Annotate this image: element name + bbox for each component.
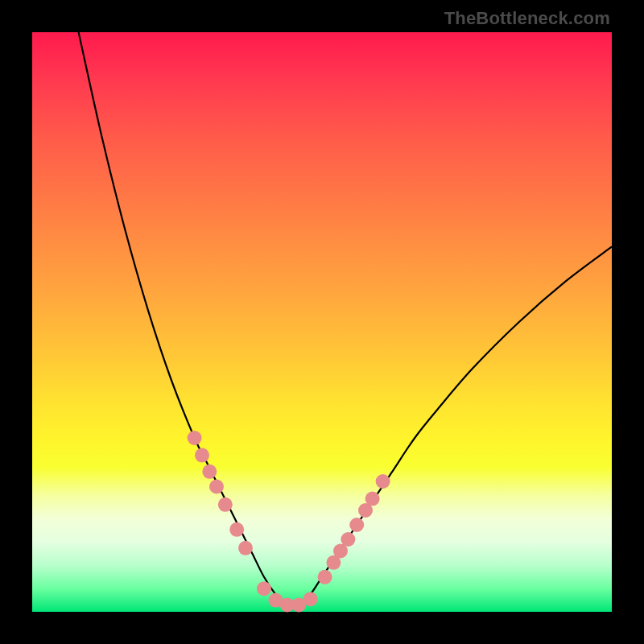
highlight-point — [238, 541, 253, 555]
highlight-point — [376, 474, 390, 489]
highlight-point — [303, 592, 318, 606]
highlight-point — [218, 497, 233, 512]
highlight-point — [209, 480, 224, 494]
highlight-point — [365, 492, 380, 506]
highlight-point — [188, 431, 202, 445]
curve-svg — [32, 32, 612, 612]
highlight-point — [195, 448, 209, 463]
highlight-point — [341, 532, 355, 547]
highlight-point — [318, 570, 332, 584]
plot-area — [32, 32, 612, 612]
highlight-point — [257, 581, 271, 596]
marker-group — [188, 431, 390, 612]
watermark-text: TheBottleneck.com — [444, 8, 610, 29]
highlight-point — [349, 518, 364, 532]
highlight-point — [202, 464, 217, 479]
chart-frame: TheBottleneck.com — [0, 0, 644, 644]
highlight-point — [229, 522, 244, 537]
bottleneck-curve — [79, 32, 612, 608]
